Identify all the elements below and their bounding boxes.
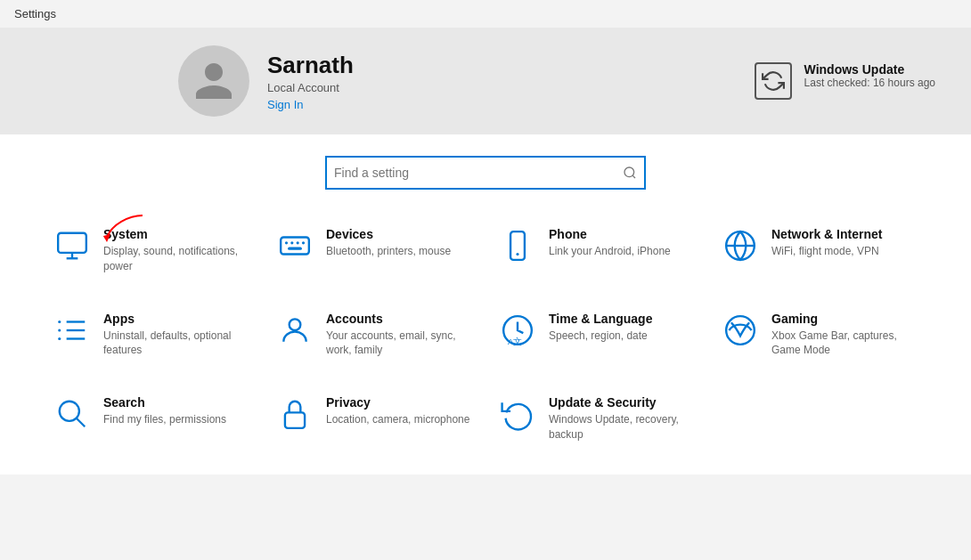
keyboard-icon (276, 227, 314, 264)
search-container (0, 134, 971, 204)
update-icon (755, 62, 792, 100)
profile-name: Sarnath (267, 52, 354, 79)
setting-item-devices[interactable]: Devices Bluetooth, printers, mouse (267, 213, 481, 288)
setting-desc-system: Display, sound, notifications, power (103, 244, 249, 274)
profile-info: Sarnath Local Account Sign In (267, 52, 354, 111)
title-bar: Settings (0, 0, 971, 28)
setting-desc-devices: Bluetooth, printers, mouse (326, 244, 451, 259)
search-input[interactable] (334, 166, 623, 180)
setting-desc-gaming: Xbox Game Bar, captures, Game Mode (771, 329, 918, 359)
setting-item-gaming[interactable]: Gaming Xbox Game Bar, captures, Game Mod… (713, 297, 926, 373)
lock-icon (276, 395, 314, 433)
setting-item-search[interactable]: Search Find my files, permissions (45, 381, 258, 457)
setting-title-apps: Apps (103, 312, 249, 326)
avatar (178, 45, 249, 117)
setting-title-system: System (103, 227, 249, 241)
update-subtitle: Last checked: 16 hours ago (804, 77, 935, 89)
svg-point-25 (726, 316, 755, 345)
svg-rect-3 (58, 233, 86, 253)
setting-title-privacy: Privacy (326, 395, 469, 410)
svg-line-27 (77, 418, 86, 427)
setting-item-accounts[interactable]: Accounts Your accounts, email, sync, wor… (267, 297, 481, 373)
setting-text-gaming: Gaming Xbox Game Bar, captures, Game Mod… (771, 312, 918, 359)
svg-line-1 (632, 175, 635, 178)
search-box[interactable] (325, 156, 646, 190)
setting-title-search: Search (103, 395, 226, 410)
person-circle-icon (276, 312, 314, 349)
main-content: System Display, sound, notifications, po… (0, 204, 971, 475)
setting-text-network: Network & Internet WiFi, flight mode, VP… (771, 227, 882, 259)
setting-desc-network: WiFi, flight mode, VPN (771, 244, 882, 259)
setting-item-network[interactable]: Network & Internet WiFi, flight mode, VP… (713, 213, 926, 288)
setting-text-accounts: Accounts Your accounts, email, sync, wor… (326, 312, 472, 359)
person-icon (192, 59, 236, 103)
setting-title-network: Network & Internet (771, 227, 882, 241)
setting-text-time: Time & Language Speech, region, date (549, 312, 652, 344)
setting-title-time: Time & Language (549, 312, 652, 326)
setting-text-privacy: Privacy Location, camera, microphone (326, 395, 469, 427)
setting-desc-accounts: Your accounts, email, sync, work, family (326, 329, 472, 359)
svg-rect-12 (510, 231, 525, 260)
refresh-icon (762, 69, 785, 93)
globe-icon (722, 227, 759, 264)
update-title: Windows Update (804, 62, 935, 77)
settings-grid: System Display, sound, notifications, po… (27, 213, 944, 457)
account-type: Local Account (267, 81, 354, 94)
clock-icon: A文 (499, 312, 536, 349)
setting-desc-update: Windows Update, recovery, backup (549, 412, 695, 442)
apps-icon (53, 312, 91, 349)
setting-desc-search: Find my files, permissions (103, 412, 226, 427)
setting-text-apps: Apps Uninstall, defaults, optional featu… (103, 312, 249, 359)
svg-point-26 (60, 402, 79, 421)
search-circle-icon (53, 395, 91, 433)
phone-icon (499, 227, 536, 264)
app-title: Settings (14, 7, 56, 20)
setting-item-apps[interactable]: Apps Uninstall, defaults, optional featu… (45, 297, 258, 373)
setting-title-gaming: Gaming (771, 312, 918, 326)
sign-in-link[interactable]: Sign In (267, 98, 354, 111)
search-icon (623, 166, 637, 180)
setting-title-update: Update & Security (549, 395, 695, 410)
setting-desc-time: Speech, region, date (549, 329, 652, 344)
svg-text:A文: A文 (508, 336, 522, 345)
setting-item-phone[interactable]: Phone Link your Android, iPhone (490, 213, 704, 288)
setting-desc-privacy: Location, camera, microphone (326, 412, 469, 427)
setting-title-devices: Devices (326, 227, 451, 241)
setting-item-update[interactable]: Update & Security Windows Update, recove… (490, 381, 704, 457)
svg-rect-6 (281, 238, 309, 255)
update-circle-icon (499, 395, 536, 433)
setting-item-system[interactable]: System Display, sound, notifications, po… (45, 213, 258, 288)
setting-item-privacy[interactable]: Privacy Location, camera, microphone (267, 381, 481, 457)
monitor-icon (53, 227, 91, 264)
setting-text-update: Update & Security Windows Update, recove… (549, 395, 695, 442)
setting-title-phone: Phone (549, 227, 671, 241)
svg-point-22 (290, 319, 301, 330)
svg-rect-28 (285, 413, 305, 428)
xbox-icon (722, 312, 759, 349)
setting-item-time[interactable]: A文 Time & Language Speech, region, date (490, 297, 704, 373)
setting-desc-apps: Uninstall, defaults, optional features (103, 329, 249, 359)
setting-text-devices: Devices Bluetooth, printers, mouse (326, 227, 451, 259)
setting-text-phone: Phone Link your Android, iPhone (549, 227, 671, 259)
update-info: Windows Update Last checked: 16 hours ag… (804, 62, 935, 89)
setting-text-system: System Display, sound, notifications, po… (103, 227, 249, 274)
setting-text-search: Search Find my files, permissions (103, 395, 226, 427)
profile-left: Sarnath Local Account Sign In (178, 45, 354, 117)
svg-point-0 (624, 167, 634, 177)
setting-desc-phone: Link your Android, iPhone (549, 244, 671, 259)
setting-title-accounts: Accounts (326, 312, 472, 326)
profile-section: Sarnath Local Account Sign In Windows Up… (0, 28, 971, 134)
windows-update[interactable]: Windows Update Last checked: 16 hours ag… (755, 62, 935, 100)
